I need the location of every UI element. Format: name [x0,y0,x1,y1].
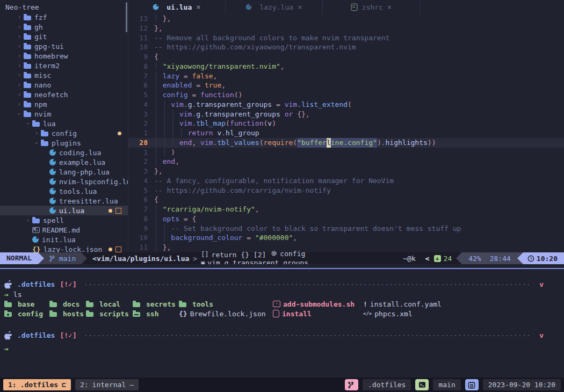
chevron-right-icon[interactable]: › [15,91,24,98]
chevron-down-icon[interactable]: › [24,119,32,128]
code-line[interactable]: 10│ │ background_colour = "#000000", [128,233,564,243]
tree-item-nvim[interactable]: ›nvim [0,109,128,119]
code-line[interactable]: 13│ }, [128,14,564,24]
chevron-down-icon[interactable]: › [33,139,40,147]
ls-entry-name: phpcs.xml [374,310,412,318]
tree-item-tools.lua[interactable]: tools.lua [0,186,128,196]
tab-zshrc[interactable]: zshrc× [323,0,420,14]
tree-item-nvim-lspconfig.lua[interactable]: nvim-lspconfig.lua [0,177,128,186]
shell-pane[interactable]: .dotfiles [!✓] v → ls basedocslocalsecre… [0,273,564,378]
chevron-right-icon[interactable]: › [15,42,24,50]
tmux-window-flag: – [129,381,134,389]
ls-entry-docs: docs [49,300,86,308]
chevron-right-icon[interactable]: › [15,52,24,60]
code-line[interactable]: 5-- https://github.com/rcarriga/nvim-not… [128,186,564,195]
register-indicator: ~@k [403,255,415,263]
code-line[interactable]: 3│ │ │ vim.g.transparent_groups or {}, [128,110,564,119]
folder-icon [4,302,12,307]
tree-item-lua[interactable]: ›lua [0,119,128,128]
code-line[interactable]: 5│ config = function() [128,90,564,100]
close-icon[interactable]: × [196,3,200,11]
code-line[interactable]: 10-- https://github.com/xiyaowong/transp… [128,42,564,52]
tree-item-config[interactable]: ›config [0,128,128,138]
chevron-right-icon[interactable]: › [15,100,24,108]
tree-item-iterm2[interactable]: ›iterm2 [0,61,128,70]
tab-ui.lua[interactable]: ui.lua× [128,0,226,14]
line-number: 11 [128,243,154,252]
tree-item-plugins[interactable]: ›plugins [0,138,128,148]
tree-item-lang-php.lua[interactable]: lang-php.lua [0,167,128,177]
prompt-header: .dotfiles [!✓] v [4,330,560,340]
chevron-right-icon[interactable]: › [15,13,24,21]
folder-icon [24,64,31,69]
tab-lazy.lua[interactable]: lazy.lua× [226,0,323,14]
chevron-right-icon[interactable]: › [15,23,24,31]
tree-item-label: nvim-lspconfig.lua [59,178,128,186]
code-line[interactable]: 4│ │ vim.g.transparent_groups = vim.list… [128,100,564,110]
tree-item-lazy-lock.json[interactable]: {}lazy-lock.json [0,244,128,252]
code-line[interactable]: 8│ "xiyaowong/transparent.nvim", [128,62,564,71]
folder-icon [41,141,48,146]
tmux-window-2[interactable]: 2:internal– [75,379,139,390]
tmux-window-1[interactable]: 1:.dotfiles⊏ [3,379,71,390]
code-line[interactable]: 1│ │ ) [128,148,564,157]
ls-entry-hosts: hosts [49,310,86,318]
tree-item-nano[interactable]: ›nano [0,80,128,90]
code-line[interactable]: 7│ "rcarriga/nvim-notify", [128,205,564,214]
code-line[interactable]: 9{ [128,52,564,62]
chevron-right-icon[interactable]: › [24,216,32,224]
tree-item-neofetch[interactable]: ›neofetch [0,90,128,99]
tree-item-homebrew[interactable]: ›homebrew [0,51,128,61]
tree-item-README.md[interactable]: M↓README.md [0,225,128,235]
folder-icon [24,93,31,98]
neotree-sidebar: Neo-tree ›fzf›gh›git›gpg-tui›homebrew›it… [0,0,128,252]
sidebar-scrollbar[interactable] [126,2,127,32]
line-number: 5 [128,90,154,100]
chevron-right-icon[interactable]: › [15,81,24,89]
tree-item-coding.lua[interactable]: coding.lua [0,148,128,157]
folder-icon [179,302,186,307]
tree-item-git[interactable]: ›git [0,32,128,41]
tree-item-misc[interactable]: ›misc [0,70,128,80]
close-icon[interactable]: × [387,3,392,11]
chevron-right-icon[interactable]: › [15,62,24,69]
lua-file-icon [49,188,56,194]
code-line[interactable]: 2│ end, [128,157,564,166]
chevron-right-icon[interactable]: › [15,33,24,40]
code-buffer[interactable]: 13│ },12},11-- Remove all background col… [128,14,564,252]
cursor-line[interactable]: 28│ │ │ end, vim.tbl_values(require("buf… [128,138,564,148]
code-line[interactable]: 9│ │ -- Set background color to black so… [128,224,564,234]
chevron-right-icon[interactable]: › [32,129,41,137]
powerline-separator [456,252,462,264]
tree-item-fzf[interactable]: ›fzf [0,12,128,22]
tree-item-example.lua[interactable]: example.lua [0,157,128,167]
tree-item-gh[interactable]: ›gh [0,22,128,32]
tree-item-label: nano [34,81,51,89]
line-number: 6 [128,195,154,205]
tree-item-init.lua[interactable]: init.lua [0,235,128,244]
dotted-leader [84,284,530,286]
code-line[interactable]: 1│ │ │ │ return v.hl_group [128,128,564,138]
code-line[interactable]: 8│ opts = { [128,214,564,224]
ls-entry-add-submodules.sh: ›add-submodules.sh [273,300,363,308]
tree-item-gpg-tui[interactable]: ›gpg-tui [0,41,128,51]
code-line[interactable]: 2│ │ │ vim.tbl_map(function(v) [128,119,564,128]
tree-item-treesitter.lua[interactable]: treesitter.lua [0,196,128,206]
tree-item-spell[interactable]: ›spell [0,215,128,225]
code-line[interactable]: 11-- Remove all background colors to mak… [128,33,564,43]
close-icon[interactable]: × [298,3,302,11]
code-line[interactable]: 4-- A fancy, configurable, notification … [128,176,564,186]
tree-item-npm[interactable]: ›npm [0,99,128,109]
tree-item-ui.lua[interactable]: ui.lua [0,206,128,215]
pane-separator[interactable] [0,268,564,269]
tree-item-label: lang-php.lua [59,168,110,176]
code-line[interactable]: 3}, [128,166,564,176]
chevron-down-icon[interactable]: › [16,110,23,118]
code-line[interactable]: 7│ lazy = false, [128,71,564,81]
chevron-right-icon[interactable]: › [15,71,24,79]
code-line[interactable]: 12}, [128,24,564,33]
tab-label: lazy.lua [259,3,293,11]
command-line[interactable]: → [4,344,560,353]
code-line[interactable]: 6{ [128,195,564,205]
code-line[interactable]: 6│ enabled = true, [128,81,564,90]
